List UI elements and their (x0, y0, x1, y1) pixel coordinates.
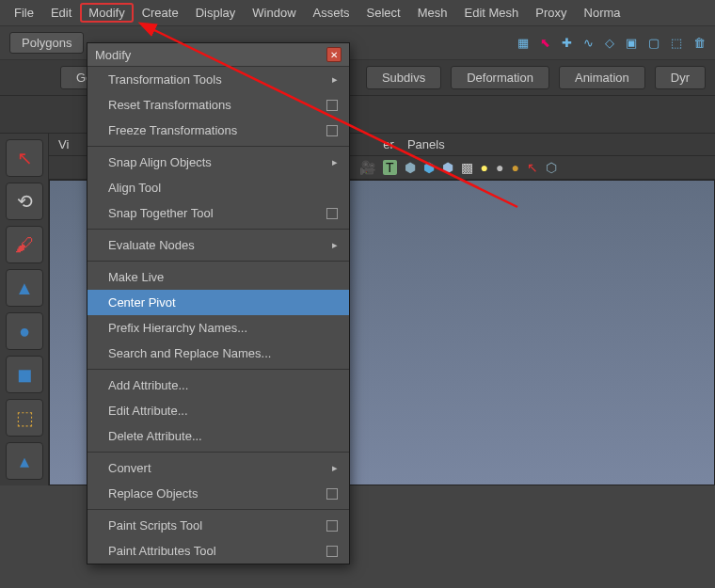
option-box-icon[interactable] (326, 520, 338, 532)
menu-norma[interactable]: Norma (576, 3, 629, 23)
menu-item-label: Search and Replace Names... (108, 346, 271, 360)
menu-file[interactable]: File (6, 3, 42, 23)
cursor-icon[interactable]: ⬉ (540, 36, 550, 50)
shade-box1-icon[interactable]: ⬢ (405, 160, 416, 175)
viewport-menu-panels[interactable]: Panels (407, 137, 445, 151)
menu-edit-mesh[interactable]: Edit Mesh (456, 3, 528, 23)
submenu-arrow-icon: ▸ (332, 239, 338, 251)
menu-item-label: Align Tool (108, 181, 161, 195)
menu-item-make-live[interactable]: Make Live (87, 264, 349, 290)
menu-item-reset-transformations[interactable]: Reset Transformations (87, 92, 349, 118)
lattice-tool-icon[interactable]: ⬚ (6, 399, 43, 437)
pyramid-tool-icon[interactable]: ▴ (6, 442, 43, 480)
checker-icon[interactable]: ▩ (461, 160, 473, 175)
menu-item-label: Snap Together Tool (108, 206, 214, 220)
menu-modify[interactable]: Modify (80, 3, 133, 23)
plus-icon[interactable]: ✚ (562, 36, 572, 50)
menu-item-add-attribute[interactable]: Add Attribute... (87, 373, 349, 398)
tab-animation[interactable]: Animation (559, 66, 645, 89)
menu-item-label: Paint Scripts Tool (108, 518, 202, 532)
submenu-arrow-icon: ▸ (332, 462, 338, 474)
light-yellow-icon[interactable]: ● (481, 160, 488, 175)
shade-box2-icon[interactable]: ⬢ (423, 160, 435, 175)
menu-item-paint-attributes-tool[interactable]: Paint Attributes Tool (87, 538, 349, 564)
menu-separator (87, 146, 349, 147)
menu-item-evaluate-nodes[interactable]: Evaluate Nodes▸ (87, 232, 349, 258)
tab-subdivs[interactable]: Subdivs (366, 66, 441, 89)
menu-item-label: Add Attribute... (108, 378, 188, 392)
sphere-tool-icon[interactable]: ● (6, 312, 43, 350)
menu-item-label: Transformation Tools (108, 72, 222, 87)
paint-tool-icon[interactable]: 🖌 (6, 226, 43, 263)
shade-box3-icon[interactable]: ⬢ (442, 160, 453, 175)
menu-item-paint-scripts-tool[interactable]: Paint Scripts Tool (87, 513, 349, 538)
menu-item-edit-attribute[interactable]: Edit Attribute... (87, 398, 349, 423)
menu-item-convert[interactable]: Convert▸ (87, 455, 349, 481)
menu-item-center-pivot[interactable]: Center Pivot (87, 290, 349, 315)
menu-item-transformation-tools[interactable]: Transformation Tools▸ (87, 67, 349, 92)
option-box-icon[interactable] (326, 488, 338, 500)
menu-assets[interactable]: Assets (305, 3, 358, 23)
mode-pill-polygons[interactable]: Polygons (9, 32, 84, 54)
menu-separator (87, 452, 349, 453)
box3-icon[interactable]: ⬚ (671, 36, 682, 50)
menu-item-label: Convert (108, 461, 151, 475)
menu-create[interactable]: Create (134, 3, 187, 23)
lasso-tool-icon[interactable]: ⟲ (6, 183, 43, 220)
menu-separator (87, 229, 349, 230)
menu-item-freeze-transformations[interactable]: Freeze Transformations (87, 118, 349, 143)
menu-bar: FileEditModifyCreateDisplayWindowAssetsS… (0, 0, 715, 26)
menu-item-label: Make Live (108, 270, 164, 284)
submenu-arrow-icon: ▸ (332, 73, 338, 86)
menu-item-prefix-hierarchy-names[interactable]: Prefix Hierarchy Names... (87, 315, 349, 341)
menu-edit[interactable]: Edit (42, 3, 80, 23)
menu-proxy[interactable]: Proxy (527, 3, 575, 23)
menu-item-search-and-replace-names[interactable]: Search and Replace Names... (87, 341, 349, 366)
viewport-menu-render[interactable]: er (383, 137, 394, 151)
menu-separator (87, 369, 349, 370)
popup-titlebar: Modify ✕ (87, 43, 349, 67)
menu-item-label: Snap Align Objects (108, 155, 212, 169)
trash-icon[interactable]: 🗑 (693, 36, 706, 50)
viewport-menu-view[interactable]: Vi (58, 137, 69, 151)
tab-deformation[interactable]: Deformation (451, 66, 549, 89)
tool-column: ↖ ⟲ 🖌 ▲ ● ◼ ⬚ ▴ (0, 134, 49, 485)
menu-item-label: Center Pivot (108, 295, 176, 310)
camera-icon[interactable]: 🎥 (359, 160, 375, 175)
cone-tool-icon[interactable]: ▲ (6, 269, 43, 307)
menu-item-label: Prefix Hierarchy Names... (108, 321, 247, 335)
option-box-icon[interactable] (326, 100, 338, 111)
curve-icon[interactable]: ∿ (583, 36, 594, 50)
text-icon[interactable]: T (383, 160, 397, 175)
option-box-icon[interactable] (326, 546, 338, 557)
select-tool-icon[interactable]: ↖ (6, 139, 43, 177)
box2-icon[interactable]: ▢ (648, 36, 659, 50)
modify-menu-popup: Modify ✕ Transformation Tools▸Reset Tran… (87, 42, 350, 564)
light-grey-icon[interactable]: ● (496, 160, 503, 175)
menu-window[interactable]: Window (244, 3, 304, 23)
menu-separator (87, 509, 349, 510)
menu-item-snap-align-objects[interactable]: Snap Align Objects▸ (87, 150, 349, 175)
menu-mesh[interactable]: Mesh (409, 3, 456, 23)
wire-icon[interactable]: ⬡ (546, 160, 557, 175)
shelf-icons: ▦ ⬉ ✚ ∿ ◇ ▣ ▢ ⬚ 🗑 (517, 36, 706, 50)
menu-item-replace-objects[interactable]: Replace Objects (87, 481, 349, 506)
menu-select[interactable]: Select (358, 3, 409, 23)
light-gold-icon[interactable]: ● (512, 160, 519, 175)
tab-dyn[interactable]: Dyr (655, 66, 706, 89)
menu-item-label: Delete Attribute... (108, 429, 202, 443)
menu-display[interactable]: Display (187, 3, 245, 23)
menu-separator (87, 261, 349, 262)
snap-icon[interactable]: ◇ (605, 36, 614, 50)
option-box-icon[interactable] (326, 208, 338, 219)
menu-item-snap-together-tool[interactable]: Snap Together Tool (87, 200, 349, 226)
close-icon[interactable]: ✕ (326, 47, 342, 62)
cube-tool-icon[interactable]: ◼ (6, 356, 43, 393)
menu-item-label: Edit Attribute... (108, 404, 188, 418)
menu-item-align-tool[interactable]: Align Tool (87, 175, 349, 200)
box-icon[interactable]: ▣ (626, 36, 637, 50)
pick-icon[interactable]: ↖ (527, 160, 538, 175)
option-box-icon[interactable] (326, 125, 338, 136)
grid-icon[interactable]: ▦ (517, 36, 529, 50)
menu-item-delete-attribute[interactable]: Delete Attribute... (87, 423, 349, 449)
